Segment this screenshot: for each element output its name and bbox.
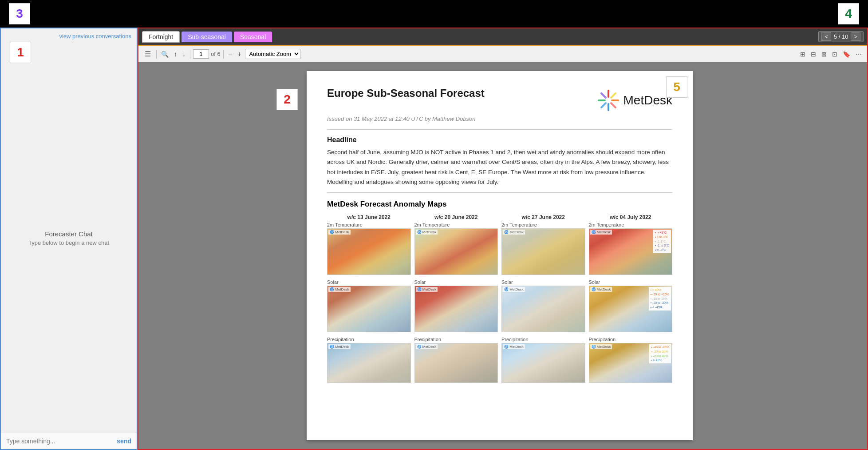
view-previous-link[interactable]: view previous conversations: [59, 33, 131, 40]
zoom-out-button[interactable]: 🔍: [159, 50, 170, 59]
pagination-prev[interactable]: <: [821, 32, 831, 41]
maps-section-title: MetDesk Forecast Anomaly Maps: [327, 200, 672, 209]
print-button[interactable]: ⊠: [820, 50, 829, 59]
tab-seasonal[interactable]: Seasonal: [234, 32, 272, 42]
metdesk-logo: MetDesk: [597, 89, 672, 112]
number1-badge: 1: [10, 42, 31, 63]
zoom-minus-button[interactable]: −: [226, 49, 234, 59]
bookmark-button[interactable]: 🔖: [841, 50, 852, 59]
sidebar: view previous conversations 1 Forecaster…: [0, 28, 138, 450]
headline-title: Headline: [327, 136, 672, 144]
headline-text: Second half of June, assuming MJO is NOT…: [327, 147, 672, 187]
number3-badge: 3: [9, 3, 30, 24]
chat-input[interactable]: [6, 438, 117, 445]
scroll-down-button[interactable]: ↓: [181, 50, 187, 59]
week-header-2: w/c 20 June 2022: [414, 214, 498, 220]
pdf-header: Europe Sub-Seasonal Forecast: [327, 87, 672, 112]
temp-map-4: 2m Temperature 🌀 MetDesk ▪ > +3°C ▪ 1 to…: [589, 222, 673, 275]
send-button[interactable]: send: [117, 438, 131, 445]
number4-badge: 4: [838, 3, 859, 24]
present-button[interactable]: ⊞: [798, 50, 807, 59]
number2-badge: 2: [276, 89, 298, 110]
temp-map-1: 2m Temperature 🌀 MetDesk: [327, 222, 411, 275]
sidebar-toggle-button[interactable]: ☰: [142, 49, 154, 59]
week-header-3: w/c 27 June 2022: [501, 214, 585, 220]
save-button[interactable]: ⊡: [830, 50, 839, 59]
more-tools-button[interactable]: ⋯: [854, 50, 864, 59]
svg-line-7: [601, 103, 606, 108]
tab-subseasonal[interactable]: Sub-seasonal: [181, 32, 232, 42]
precip-map-4: Precipitation 🌀 MetDesk ▪ -40 to -20% ▪ …: [589, 337, 673, 383]
chat-title: Forecaster Chat: [45, 230, 93, 238]
svg-line-4: [601, 93, 606, 98]
pagination-page: 5 / 10: [832, 33, 850, 40]
precip-map-1: Precipitation 🌀 MetDesk: [327, 337, 411, 383]
chat-area: Forecaster Chat Type below to begin a ne…: [1, 44, 137, 433]
pdf-page: 2 5 Europe Sub-Seasonal Forecast: [307, 71, 693, 440]
page-number-input[interactable]: [193, 49, 209, 59]
right-panel: Fortnight Sub-seasonal Seasonal < 5 / 10…: [138, 28, 868, 450]
pagination-next[interactable]: >: [851, 32, 860, 41]
solar-map-2: Solar 🌀 MetDesk: [414, 279, 498, 332]
solar-map-1: Solar 🌀 MetDesk: [327, 279, 411, 332]
svg-line-6: [611, 93, 615, 98]
temp-map-3: 2m Temperature 🌀 MetDesk: [501, 222, 585, 275]
tabs-bar: Fortnight Sub-seasonal Seasonal < 5 / 10…: [138, 28, 867, 46]
issued-text: Issued on 31 May 2022 at 12:40 UTC by Ma…: [327, 115, 672, 122]
zoom-plus-button[interactable]: +: [236, 49, 243, 59]
pdf-title: Europe Sub-Seasonal Forecast: [327, 87, 485, 100]
pdf-content-area[interactable]: 2 5 Europe Sub-Seasonal Forecast: [138, 62, 867, 449]
week-header-4: w/c 04 July 2022: [589, 214, 673, 220]
page-total-label: of 6: [211, 51, 221, 57]
precip-map-2: Precipitation 🌀 MetDesk: [414, 337, 498, 383]
number5-badge: 5: [666, 76, 687, 98]
solar-map-4: Solar 🌀 MetDesk ▪ > 40% ▪ -20 to +15% ▪ …: [589, 279, 673, 332]
precip-map-3: Precipitation 🌀 MetDesk: [501, 337, 585, 383]
metdesk-name: MetDesk: [623, 93, 672, 108]
metdesk-icon: [597, 89, 620, 112]
temp-map-2: 2m Temperature 🌀 MetDesk: [414, 222, 498, 275]
solar-map-3: Solar 🌀 MetDesk: [501, 279, 585, 332]
week-header-1: w/c 13 June 2022: [327, 214, 411, 220]
svg-line-5: [611, 103, 615, 108]
tab-fortnight[interactable]: Fortnight: [142, 31, 180, 43]
chat-subtitle: Type below to begin a new chat: [28, 239, 109, 246]
scroll-up-button[interactable]: ↑: [172, 50, 179, 59]
zoom-select[interactable]: Automatic Zoom 50% 75% 100% 150%: [245, 49, 300, 59]
open-file-button[interactable]: ⊟: [809, 50, 818, 59]
pdf-toolbar: ☰ 🔍 ↑ ↓ of 6 − + Automatic Zoom 50% 75% …: [138, 46, 867, 62]
